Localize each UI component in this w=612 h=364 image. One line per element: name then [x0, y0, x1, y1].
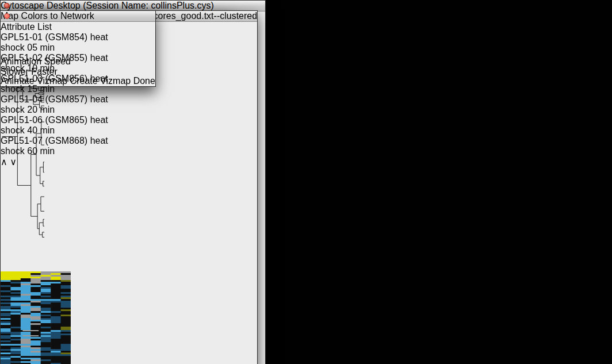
- desktop: Cytoscape Desktop (Session Name: collins…: [0, 0, 612, 364]
- move-down-button[interactable]: ∨: [10, 157, 17, 167]
- create-vizmap-button[interactable]: Create Vizmap: [70, 76, 131, 86]
- zoom-button[interactable]: [20, 3, 25, 8]
- heatmap-header-pane: [1, 242, 72, 271]
- global-heatmap[interactable]: [1, 271, 71, 364]
- attribute-item[interactable]: GPL51-07 (GSM868) heat shock 60 min: [1, 136, 117, 156]
- minimize-button[interactable]: [12, 3, 17, 8]
- attribute-item[interactable]: GPL51-06 (GSM865) heat shock 40 min: [1, 115, 117, 136]
- attribute-item[interactable]: GPL51-01 (GSM854) heat shock 05 min: [1, 32, 117, 53]
- close-button[interactable]: [4, 3, 9, 8]
- done-button[interactable]: Done: [133, 76, 155, 86]
- map-colors-dialog: Map Colors to Network Attribute List GPL…: [0, 10, 156, 87]
- main-window-title: Cytoscape Desktop (Session Name: collins…: [1, 1, 214, 10]
- move-up-button[interactable]: ∧: [1, 157, 7, 167]
- attribute-list[interactable]: GPL51-01 (GSM854) heat shock 05 minGPL51…: [1, 32, 117, 156]
- dialog-titlebar[interactable]: Map Colors to Network: [1, 11, 155, 22]
- faster-label: Faster: [31, 67, 57, 76]
- zoom-button[interactable]: [1, 13, 6, 19]
- global-heatmap-pane: [1, 271, 72, 364]
- minimize-button[interactable]: [13, 13, 18, 19]
- slower-label: Slower: [1, 67, 29, 76]
- animate-vizmap-button[interactable]: Animate Vizmap: [1, 76, 67, 86]
- attribute-list-group: Attribute List GPL51-01 (GSM854) heat sh…: [1, 22, 117, 56]
- attribute-list-label: Attribute List: [1, 22, 52, 32]
- attribute-item[interactable]: GPL51-04 (GSM857) heat shock 20 min: [1, 94, 117, 115]
- animation-speed-label: Animation Speed: [1, 56, 71, 66]
